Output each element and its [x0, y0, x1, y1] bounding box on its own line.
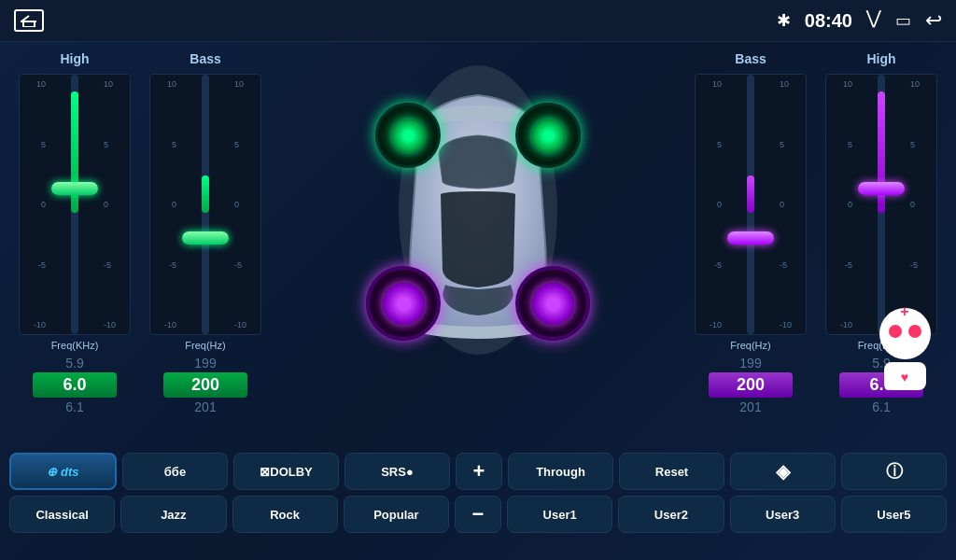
- classical-label: Classical: [35, 508, 88, 522]
- srs-label: SRS●: [381, 465, 414, 479]
- eq-freq-display-lb: 199 200 201: [163, 354, 247, 416]
- freq-val-lb-1: 200: [163, 372, 247, 398]
- speaker-inner-fr: [532, 119, 565, 152]
- freq-val-lh-1: 6.0: [33, 372, 117, 398]
- btn-user3[interactable]: User3: [730, 496, 836, 533]
- speaker-rear-right: [515, 266, 590, 341]
- bluetooth-icon: ✱: [777, 10, 791, 31]
- eq-label-right-bass: Bass: [735, 51, 766, 66]
- freq-val-rb-1: 200: [709, 372, 793, 398]
- freq-val-lh-2: 6.1: [33, 398, 117, 416]
- eq-channel-right-bass: Bass 1050-5-10 1050-5-10 Freq(Hz) 199 20…: [685, 51, 816, 416]
- btn-minus[interactable]: −: [455, 496, 501, 533]
- freq-val-rh-2: 6.1: [839, 398, 923, 416]
- eq-scale-rh-l: 1050-5-10: [826, 75, 854, 334]
- eq-scale-left: 1050-5-10: [20, 75, 48, 334]
- speaker-front-right: [515, 103, 581, 168]
- eq-slider-right-bass[interactable]: 1050-5-10 1050-5-10: [695, 74, 807, 335]
- eq-channel-left-bass: Bass 1050-5-10 1050-5-10 Freq(Hz) 199 20…: [140, 51, 271, 416]
- bottom-buttons: ⊕ dts ббе ⊠DOLBY SRS● + Through Reset ◈: [9, 448, 947, 555]
- btn-popular[interactable]: Popular: [344, 496, 449, 533]
- info-label: ⓘ: [886, 460, 903, 483]
- btn-dts[interactable]: ⊕ dts: [9, 453, 117, 490]
- main-content: High 1050-5-10 1050-5-10 Freq(KHz) 5.9: [0, 42, 956, 560]
- btn-info[interactable]: ⓘ: [841, 453, 947, 490]
- reset-label: Reset: [655, 465, 688, 479]
- through-label: Through: [536, 465, 585, 479]
- btn-dbx[interactable]: ббе: [122, 453, 228, 490]
- btn-wave[interactable]: ◈: [730, 453, 836, 490]
- signal-icon: ⋀: [866, 9, 881, 32]
- dolby-label: ⊠DOLBY: [260, 465, 313, 479]
- freq-val-lb-0: 199: [163, 354, 247, 372]
- back-icon[interactable]: ↩: [925, 8, 942, 33]
- eq-scale-lb-l: 1050-5-10: [150, 75, 178, 334]
- btn-jazz[interactable]: Jazz: [120, 496, 226, 533]
- robot-body: ♥: [884, 362, 926, 390]
- robot-cross: +: [900, 303, 908, 320]
- btn-through[interactable]: Through: [508, 453, 613, 490]
- eq-handle-left-bass[interactable]: [182, 231, 229, 245]
- freq-val-lh-0: 5.9: [33, 354, 117, 372]
- eq-slider-left-high[interactable]: 1050-5-10 1050-5-10: [19, 74, 131, 335]
- freq-val-rb-2: 201: [709, 398, 793, 416]
- btn-srs[interactable]: SRS●: [344, 453, 450, 490]
- btn-rock[interactable]: Rock: [232, 496, 338, 533]
- btn-user1[interactable]: User1: [507, 496, 612, 533]
- eq-handle-right-high[interactable]: [858, 182, 905, 195]
- battery-icon: ▭: [895, 10, 911, 31]
- user1-label: User1: [543, 508, 577, 522]
- wave-label: ◈: [776, 460, 790, 483]
- jazz-label: Jazz: [161, 508, 186, 522]
- eq-section: High 1050-5-10 1050-5-10 Freq(KHz) 5.9: [9, 51, 947, 448]
- eq-label-left-high: High: [60, 51, 89, 66]
- minus-symbol: −: [472, 502, 485, 526]
- speaker-rear-left: [366, 266, 441, 341]
- eq-freq-display-lh: 5.9 6.0 6.1: [33, 354, 117, 416]
- status-bar: ✱ 08:40 ⋀ ▭ ↩: [0, 0, 956, 42]
- status-left: [14, 9, 44, 32]
- user2-label: User2: [654, 508, 688, 522]
- popular-label: Popular: [373, 508, 418, 522]
- eq-slider-left-bass[interactable]: 1050-5-10 1050-5-10: [149, 74, 261, 335]
- eq-track-right-high[interactable]: [854, 75, 908, 334]
- dts-label: ⊕ dts: [47, 465, 78, 479]
- btn-user2[interactable]: User2: [618, 496, 724, 533]
- eq-fill-green-lb: [202, 175, 209, 213]
- speaker-front-left: [375, 103, 441, 168]
- eq-freq-label-lh: Freq(KHz): [51, 340, 99, 351]
- btn-user5[interactable]: User5: [841, 496, 947, 533]
- btn-reset[interactable]: Reset: [619, 453, 724, 490]
- plus-symbol: +: [473, 459, 485, 483]
- eq-scale-rb-l: 1050-5-10: [696, 75, 724, 334]
- eq-handle-left-high[interactable]: [51, 182, 98, 195]
- btn-plus[interactable]: +: [456, 453, 502, 490]
- status-right: ✱ 08:40 ⋀ ▭ ↩: [777, 8, 942, 33]
- btn-classical[interactable]: Classical: [9, 496, 115, 533]
- speaker-inner-rl: [383, 283, 425, 325]
- eq-handle-right-bass[interactable]: [727, 231, 774, 245]
- eq-slider-right-high[interactable]: 1050-5-10 1050-5-10: [825, 74, 937, 335]
- home-icon[interactable]: [14, 9, 44, 32]
- btn-dolby[interactable]: ⊠DOLBY: [233, 453, 339, 490]
- user5-label: User5: [877, 508, 910, 522]
- robot-mascot: + ♥: [867, 308, 942, 392]
- eq-fill-purple-rb: [747, 175, 754, 213]
- speaker-inner-rr: [532, 283, 574, 325]
- robot-heart: ♥: [901, 370, 908, 385]
- car-image: [357, 51, 599, 369]
- eq-track-left-bass[interactable]: [178, 75, 232, 334]
- speaker-inner-fl: [392, 119, 425, 152]
- robot-eye-left: [889, 325, 902, 338]
- freq-val-rb-0: 199: [709, 354, 793, 372]
- eq-freq-label-rb: Freq(Hz): [730, 340, 770, 351]
- eq-label-right-high: High: [866, 51, 895, 66]
- freq-val-lb-2: 201: [163, 398, 247, 416]
- user3-label: User3: [766, 508, 799, 522]
- robot-eye-right: [908, 325, 921, 338]
- eq-track-right-bass[interactable]: [724, 75, 778, 334]
- svg-rect-0: [23, 21, 35, 27]
- eq-freq-label-lb: Freq(Hz): [185, 340, 225, 351]
- eq-track-left-high[interactable]: [48, 75, 102, 334]
- rock-label: Rock: [270, 508, 300, 522]
